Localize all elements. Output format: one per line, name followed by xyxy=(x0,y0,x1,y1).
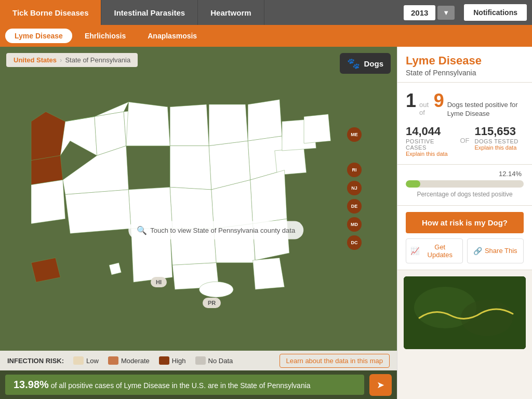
ratio-label: Dogs tested positive for Lyme Disease xyxy=(447,101,524,118)
updates-icon: 📈 xyxy=(410,247,419,255)
state-pill-nj[interactable]: NJ xyxy=(347,181,362,195)
state-mn-ia[interactable] xyxy=(170,104,209,146)
get-updates-label: Get Updates xyxy=(422,243,458,259)
share-label: Share This xyxy=(485,247,517,255)
progress-track xyxy=(406,180,524,188)
state-pill-de[interactable]: DE xyxy=(347,199,362,214)
map-container[interactable]: ME RI NJ DE MD DC HI PR xyxy=(0,47,397,368)
thumbnail-map xyxy=(404,276,526,349)
positive-cases-explain[interactable]: Explain this data xyxy=(406,151,455,157)
breadcrumb-current: State of Pennsylvania xyxy=(65,56,130,64)
tab-tick-borne-diseases[interactable]: Tick Borne Diseases xyxy=(0,0,101,25)
state-ak[interactable] xyxy=(31,258,60,282)
state-pa[interactable] xyxy=(275,148,307,175)
legend-item-low: Low xyxy=(73,356,99,365)
state-ar-tn[interactable] xyxy=(170,187,214,229)
state-wi-mi[interactable] xyxy=(209,104,248,146)
map-area[interactable]: United States › State of Pennsylvania 🐾 … xyxy=(0,47,397,399)
legend-item-no-data: No Data xyxy=(195,356,233,365)
state-pill-dc[interactable]: DC xyxy=(347,235,362,250)
legend-swatch-moderate xyxy=(108,356,118,365)
get-updates-button[interactable]: 📈 Get Updates xyxy=(406,238,463,263)
percent-suffix: of all positive cases of Lyme Disease in… xyxy=(51,381,311,390)
share-icon: 🔗 xyxy=(473,247,482,255)
action-row: 📈 Get Updates 🔗 Share This xyxy=(406,238,524,263)
thumbnail-map-bg xyxy=(404,276,526,349)
sub-tab-anaplasmosis[interactable]: Anaplasmosis xyxy=(138,29,206,43)
state-az-nm[interactable] xyxy=(65,190,131,233)
progress-fill xyxy=(406,180,420,188)
state-ga[interactable] xyxy=(214,224,256,263)
percent-number: 13.98% xyxy=(14,379,49,390)
state-vt-nh[interactable] xyxy=(304,114,331,143)
state-ms-al[interactable] xyxy=(170,229,216,265)
state-wy[interactable] xyxy=(126,102,170,145)
breadcrumb: United States › State of Pennsylvania xyxy=(6,53,138,67)
bottom-bar: 13.98% of all positive cases of Lyme Dis… xyxy=(0,370,397,399)
state-fl-peninsula[interactable] xyxy=(253,258,285,289)
legend: INFECTION RISK: Low Moderate High No Dat… xyxy=(0,351,397,370)
legend-label-no-data: No Data xyxy=(208,357,233,365)
cta-section: How at risk is my Dog? 📈 Get Updates 🔗 S… xyxy=(397,206,532,270)
dog-icon: 🐾 xyxy=(347,57,360,70)
tab-intestinal-parasites[interactable]: Intestinal Parasites xyxy=(101,0,198,25)
main-content: United States › State of Pennsylvania 🐾 … xyxy=(0,47,532,399)
state-co-ks[interactable] xyxy=(129,187,172,229)
ratio-out-of: out of xyxy=(419,101,431,116)
state-mi-upper[interactable] xyxy=(248,100,282,141)
state-tx[interactable] xyxy=(131,229,172,282)
legend-item-moderate: Moderate xyxy=(108,356,150,365)
state-or[interactable] xyxy=(31,155,63,184)
state-ca[interactable] xyxy=(31,180,65,223)
risk-button[interactable]: How at risk is my Dog? xyxy=(406,212,524,233)
breadcrumb-separator: › xyxy=(60,56,62,64)
state-pill-ri[interactable]: RI xyxy=(347,163,362,177)
legend-swatch-no-data xyxy=(195,356,206,365)
dogs-toggle-label: Dogs xyxy=(364,59,384,68)
share-button[interactable]: 🔗 Share This xyxy=(467,238,524,263)
year-dropdown-button[interactable]: ▼ xyxy=(437,6,455,20)
panel-header: Lyme Disease State of Pennsylvania xyxy=(397,47,532,83)
positive-cases-box: 14,044 POSITIVE CASES Explain this data xyxy=(406,125,455,157)
legend-item-high: High xyxy=(159,356,186,365)
sub-tab-ehrlichiosis[interactable]: Ehrlichiosis xyxy=(75,29,135,43)
dogs-tested-label: DOGS TESTED xyxy=(475,138,524,144)
stats-section: 1 out of 9 Dogs tested positive for Lyme… xyxy=(397,83,532,165)
legend-swatch-low xyxy=(73,356,84,365)
percent-banner: 13.98% of all positive cases of Lyme Dis… xyxy=(5,375,364,395)
dogs-tested-box: 115,653 DOGS TESTED Explain this data xyxy=(475,125,524,151)
legend-label-low: Low xyxy=(86,357,99,365)
dogs-toggle[interactable]: 🐾 Dogs xyxy=(340,53,391,74)
state-ia-mo[interactable] xyxy=(170,146,211,190)
state-fl[interactable] xyxy=(253,219,289,260)
notifications-button[interactable]: Notifications xyxy=(464,4,527,21)
ratio-display: 1 out of 9 Dogs tested positive for Lyme… xyxy=(406,90,524,118)
breadcrumb-us-link[interactable]: United States xyxy=(14,56,57,64)
sub-tab-lyme-disease[interactable]: Lyme Disease xyxy=(5,29,72,43)
right-panel: Lyme Disease State of Pennsylvania 1 out… xyxy=(397,47,532,399)
panel-title: Lyme Disease xyxy=(406,54,524,68)
stats-of-label: OF xyxy=(460,137,469,144)
positive-cases-number: 14,044 xyxy=(406,125,455,138)
location-button[interactable]: ➤ xyxy=(369,374,392,396)
state-pr[interactable] xyxy=(199,282,233,297)
dogs-tested-explain[interactable]: Explain this data xyxy=(475,144,524,151)
dogs-tested-number: 115,653 xyxy=(475,125,524,138)
learn-data-button[interactable]: Learn about the data in this map xyxy=(280,354,390,368)
panel-subtitle: State of Pennsylvania xyxy=(406,69,524,77)
legend-label-moderate: Moderate xyxy=(121,357,150,365)
state-id-mt[interactable] xyxy=(60,116,97,155)
tab-heartworm[interactable]: Heartworm xyxy=(198,0,264,25)
hi-label: HI xyxy=(151,277,167,287)
state-pill-me[interactable]: ME xyxy=(347,127,362,142)
year-value[interactable]: 2013 xyxy=(404,5,435,20)
ratio-denominator: 9 xyxy=(434,90,444,112)
pr-label: PR xyxy=(203,298,221,308)
positive-cases-label: POSITIVE CASES xyxy=(406,138,455,151)
progress-description: Percentage of dogs tested positive xyxy=(406,191,524,198)
stats-row: 14,044 POSITIVE CASES Explain this data … xyxy=(406,125,524,157)
state-hi[interactable] xyxy=(109,263,121,275)
state-pill-md[interactable]: MD xyxy=(347,217,362,232)
year-selector: 2013 ▼ xyxy=(400,0,459,25)
progress-section: 12.14% Percentage of dogs tested positiv… xyxy=(397,165,532,206)
